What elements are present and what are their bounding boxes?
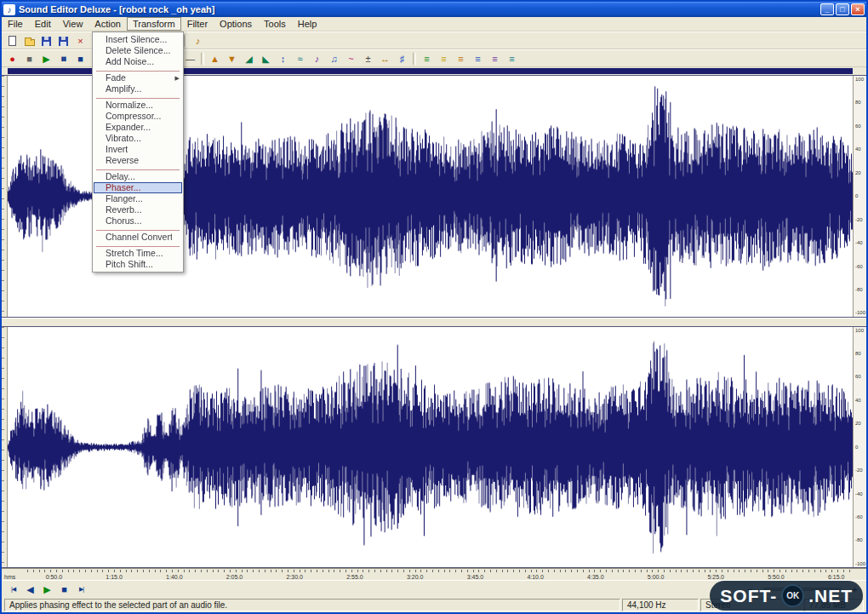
menu-help[interactable]: Help — [292, 17, 323, 31]
close-file-icon[interactable]: × — [72, 33, 89, 49]
menu-item-add-noise[interactable]: Add Noise... ▶ — [94, 56, 182, 67]
watermark-text-left: SOFT- — [720, 586, 777, 606]
play-bottom-icon[interactable]: ▶ — [39, 582, 55, 597]
menu-item-channel-converter[interactable]: Channel Converter... ▶ — [94, 232, 182, 243]
timeline-label: 1:15.0 — [84, 574, 145, 580]
stop-bottom-icon[interactable]: ■ — [56, 582, 72, 597]
file-list-icon[interactable]: ≡ — [453, 51, 469, 66]
invert-icon[interactable]: ± — [360, 51, 376, 66]
menu-item-vibrato[interactable]: Vibrato... ▶ — [94, 133, 182, 144]
attenuate-icon[interactable]: ▼ — [224, 51, 240, 66]
timeline-ticks — [27, 570, 853, 572]
region-list-icon[interactable]: ≡ — [436, 51, 452, 66]
menu-file[interactable]: File — [2, 17, 29, 31]
reverb-icon[interactable]: ♪ — [309, 51, 325, 66]
minimize-button[interactable]: _ — [820, 3, 834, 15]
menu-item-invert[interactable]: Invert ▶ — [94, 144, 182, 155]
window-controls: _ □ × — [820, 3, 865, 15]
bookmark-list-icon[interactable]: ≡ — [487, 51, 503, 66]
watermark-text-right: .NET — [808, 586, 853, 606]
menu-view[interactable]: View — [57, 17, 89, 31]
format-list-icon[interactable]: ≡ — [470, 51, 486, 66]
normalize-icon[interactable]: ↕ — [275, 51, 291, 66]
menu-edit[interactable]: Edit — [29, 17, 57, 31]
flanger-icon[interactable]: ~ — [343, 51, 359, 66]
maximize-button[interactable]: □ — [836, 3, 849, 15]
menu-action[interactable]: Action — [89, 17, 127, 31]
menu-item-compressor[interactable]: Compressor... ▶ — [94, 111, 182, 122]
toolbar-icon-glyph: ~ — [345, 52, 358, 66]
ruler-label: -100 — [854, 310, 866, 315]
toolbar-separator — [184, 34, 187, 48]
menu-item-label: Amplify... — [106, 83, 141, 95]
ruler-label: 80 — [854, 351, 866, 356]
toolbar-icon-glyph: ↕ — [277, 52, 290, 66]
fade-in-icon[interactable]: ◢ — [241, 51, 257, 66]
chorus-icon[interactable]: ♫ — [326, 51, 342, 66]
record-options-icon[interactable]: ■ — [21, 51, 37, 66]
menu-item-delete-silence[interactable]: Delete Silence... ▶ — [94, 45, 182, 56]
menu-item-phaser[interactable]: Phaser... ▶ — [94, 182, 182, 193]
toolbar-icon-glyph: ◣ — [260, 52, 273, 66]
stretch-icon[interactable]: ↔ — [377, 51, 393, 66]
close-button[interactable]: × — [851, 3, 865, 15]
cue-list-icon[interactable]: ≡ — [419, 51, 435, 66]
menu-item-stretch-time[interactable]: Stretch Time... ▶ — [94, 248, 182, 259]
menu-item-label: Delay... — [106, 171, 135, 182]
menu-item-amplify[interactable]: Amplify... ▶ — [94, 83, 182, 95]
preferences-icon[interactable]: ♪ — [190, 33, 206, 49]
menubar: File Edit View Action Transform Filter O… — [2, 17, 866, 32]
timeline-label: 2:05.0 — [204, 574, 265, 580]
menu-filter[interactable]: Filter — [181, 17, 214, 31]
fade-out-icon[interactable]: ◣ — [258, 51, 274, 66]
titlebar[interactable]: ♪ Sound Editor Deluxe - [robot rock _oh … — [2, 2, 866, 17]
play-icon[interactable]: ▶ — [38, 51, 54, 66]
menu-item-flanger[interactable]: Flanger... ▶ — [94, 193, 182, 204]
menu-transform[interactable]: Transform — [127, 17, 181, 31]
watermark-logo: OK — [781, 584, 804, 607]
toolbar-separator — [413, 52, 416, 66]
menu-item-fade[interactable]: Fade ▶ — [94, 72, 182, 83]
menu-item-insert-silence[interactable]: Insert Silence... ▶ — [94, 34, 182, 45]
menu-item-label: Vibrato... — [106, 133, 141, 144]
menu-item-pitch-shift[interactable]: Pitch Shift... ▶ — [94, 259, 182, 270]
menu-separator: ▶ — [96, 167, 180, 170]
record-icon[interactable]: ● — [4, 51, 20, 66]
left-tick-ruler — [2, 76, 8, 317]
timeline-label: 5:50.0 — [746, 574, 807, 580]
timeline-label: 3:45.0 — [445, 574, 505, 580]
submenu-arrow-icon: ▶ — [175, 72, 180, 83]
toolbar-separator — [201, 52, 204, 66]
save-icon[interactable] — [38, 33, 54, 49]
menu-item-label: Reverb... — [106, 204, 142, 215]
menu-item-reverb[interactable]: Reverb... ▶ — [94, 204, 182, 215]
save-as-icon[interactable] — [55, 33, 71, 49]
menu-item-label: Channel Converter... — [106, 232, 172, 243]
menu-item-normalize[interactable]: Normalize... ▶ — [94, 100, 182, 111]
menu-tools[interactable]: Tools — [258, 17, 292, 31]
toolbar-icon-glyph: ▲ — [208, 52, 222, 66]
amplify-icon[interactable]: ▲ — [207, 51, 223, 66]
menu-item-reverse[interactable]: Reverse ▶ — [94, 155, 182, 166]
waveform-channel-right[interactable] — [8, 327, 853, 568]
pitch-icon[interactable]: ♯ — [394, 51, 410, 66]
properties-list-icon[interactable]: ≡ — [504, 51, 520, 66]
echo-icon[interactable]: ≈ — [292, 51, 308, 66]
trim-icon[interactable]: — — [182, 51, 198, 66]
menu-separator: ▶ — [96, 95, 180, 99]
open-file-icon[interactable] — [21, 33, 37, 49]
timeline-ruler[interactable]: hms 0:50.0 1:15.0 1:40.0 2:05.0 2:30.0 2… — [2, 568, 866, 580]
go-end-icon[interactable]: ▶| — [73, 582, 89, 597]
stop-icon[interactable]: ■ — [72, 51, 89, 66]
pause-icon[interactable]: ▮▮ — [55, 51, 71, 66]
new-file-icon[interactable] — [4, 33, 20, 49]
menu-item-chorus[interactable]: Chorus... ▶ — [94, 215, 182, 227]
bottom-transport-group: |◀ ◀ ▶ ■ ▶| — [5, 582, 89, 597]
menu-item-expander[interactable]: Expander... ▶ — [94, 122, 182, 133]
prev-icon[interactable]: ◀ — [22, 582, 38, 597]
ruler-label: 0 — [854, 445, 866, 450]
soft-ok-watermark: SOFT- OK .NET — [710, 581, 863, 611]
menu-options[interactable]: Options — [214, 17, 258, 31]
go-start-icon[interactable]: |◀ — [5, 582, 21, 597]
menu-item-delay[interactable]: Delay... ▶ — [94, 171, 182, 182]
